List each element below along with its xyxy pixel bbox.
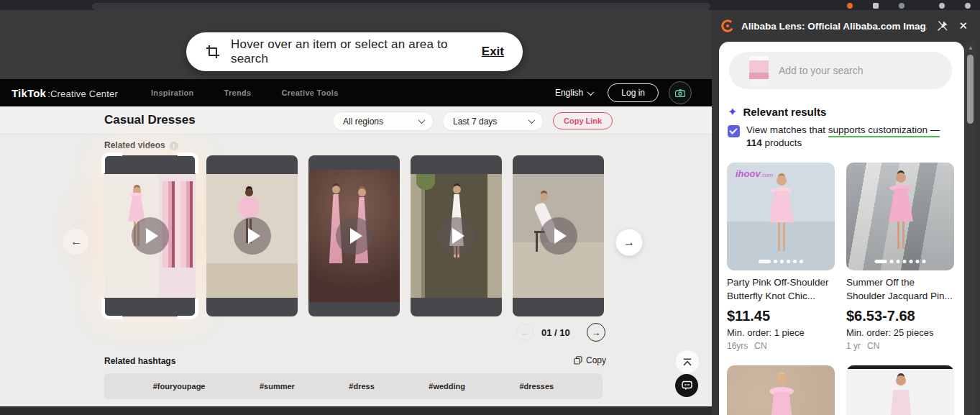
play-icon <box>234 217 271 255</box>
product-2-min-order: Min. order: 25 pieces <box>846 327 954 338</box>
tiktok-logo-suffix: :Creative Center <box>47 88 118 99</box>
page-title: Casual Dresses <box>104 113 196 127</box>
hashtag-dress[interactable]: #dress <box>349 382 374 391</box>
product-1-title: Party Pink Off-Shoulder Butterfly Knot C… <box>727 275 835 303</box>
lens-search-input[interactable]: Add to your search <box>729 52 952 89</box>
hashtag-bar: #fouryoupage #summer #dress #wedding #dr… <box>104 373 603 399</box>
product-2-price: $6.53-7.68 <box>846 308 954 324</box>
lens-panel-header: Alibaba Lens: Official Alibaba.com Imag.… <box>720 17 972 35</box>
play-icon <box>438 217 475 255</box>
product-card-4[interactable] <box>846 365 954 415</box>
product-4-image <box>846 365 954 415</box>
pin-icon[interactable] <box>937 20 948 32</box>
product-1-seller-info: 16yrsCN <box>727 341 835 351</box>
chat-bubble-icon <box>682 380 692 391</box>
nav-item-trends[interactable]: Trends <box>224 88 252 97</box>
relevant-results-header: ✦ Relevant results <box>728 105 826 119</box>
chevron-down-icon <box>528 117 536 124</box>
browser-close-icon[interactable] <box>965 3 971 9</box>
video-1-photo <box>104 174 196 298</box>
lens-exit-link[interactable]: Exit <box>482 45 504 59</box>
scroll-top-icon <box>682 358 692 366</box>
underlined-phrase: supports customization — <box>828 124 940 137</box>
product-2-image <box>846 163 954 270</box>
video-thumbnail-4[interactable] <box>411 155 502 316</box>
carousel-next-button[interactable]: → <box>615 229 643 256</box>
product-3-image <box>727 365 835 415</box>
copy-icon <box>574 356 582 365</box>
play-icon <box>336 217 373 255</box>
hashtag-summer[interactable]: #summer <box>260 382 295 391</box>
product-1-price: $11.45 <box>727 308 835 324</box>
profile-avatar[interactable] <box>899 3 905 9</box>
query-image-thumbnail <box>749 56 769 86</box>
alibaba-lens-logo <box>720 19 735 33</box>
video-5-photo <box>513 174 604 298</box>
page-footer-strip <box>0 406 712 415</box>
video-thumbnail-2[interactable] <box>206 155 298 316</box>
nav-item-creative-tools[interactable]: Creative Tools <box>281 88 338 97</box>
crop-icon <box>205 44 221 60</box>
lens-instruction-text: Hover over an item or select an area to … <box>231 37 482 66</box>
info-icon[interactable]: i <box>170 142 178 150</box>
copy-hashtags-button[interactable]: Copy <box>574 355 606 365</box>
tiktok-logo[interactable]: TikTok:Creative Center <box>12 87 118 99</box>
feedback-button[interactable] <box>675 374 698 397</box>
product-2-seller-info: 1 yrCN <box>846 341 954 351</box>
play-icon <box>132 217 169 255</box>
nav-item-inspiration[interactable]: Inspiration <box>151 88 194 97</box>
extensions-icon[interactable] <box>873 3 879 9</box>
related-hashtags-label: Related hashtags <box>104 356 175 366</box>
copy-link-button[interactable]: Copy Link <box>553 112 613 129</box>
customization-filter-text: View matches that supports customization… <box>746 124 956 150</box>
region-filter-dropdown[interactable]: All regions <box>332 111 434 131</box>
camera-icon <box>675 89 685 97</box>
play-icon <box>540 217 577 255</box>
browser-topbar <box>0 0 980 10</box>
hashtag-dresses[interactable]: #dresses <box>519 382 554 391</box>
scrollbar-up-arrow[interactable]: ▲ <box>966 45 975 52</box>
product-2-title: Summer Off the Shoulder Jacquard Pin... <box>846 275 954 303</box>
language-selector[interactable]: English <box>555 88 593 98</box>
product-1-watermark: ihoov.com <box>736 168 773 179</box>
product-2-carousel-dots <box>875 260 926 263</box>
chevron-down-icon <box>587 88 595 96</box>
carousel-prev-button[interactable]: ← <box>63 229 89 255</box>
extension-icon[interactable] <box>847 3 853 9</box>
video-thumbnail-5[interactable] <box>513 155 604 316</box>
chevron-down-icon <box>418 117 426 124</box>
address-bar[interactable] <box>92 3 710 10</box>
tiktok-navbar: TikTok:Creative Center Inspiration Trend… <box>0 79 712 106</box>
pagination-label: 01 / 10 <box>541 327 570 338</box>
lens-instruction-pill: Hover over an item or select an area to … <box>186 32 523 71</box>
sparkle-icon: ✦ <box>728 105 737 119</box>
customization-checkbox[interactable] <box>728 125 740 137</box>
product-1-carousel-dots <box>759 260 803 263</box>
video-thumbnail-1[interactable] <box>104 155 196 316</box>
relevant-results-title: Relevant results <box>743 106 826 118</box>
date-filter-dropdown[interactable]: Last 7 days <box>442 111 544 131</box>
close-icon[interactable]: ✕ <box>958 19 968 32</box>
pagination-prev-button[interactable]: ← <box>516 324 533 341</box>
video-3-photo <box>308 170 400 302</box>
lens-results-card: Add to your search ✦ Relevant results Vi… <box>719 42 964 415</box>
hashtag-fouryoupage[interactable]: #fouryoupage <box>153 382 206 391</box>
product-card-3[interactable] <box>727 365 835 415</box>
video-2-photo <box>206 174 298 298</box>
login-button[interactable]: Log in <box>608 83 659 102</box>
product-1-image: ihoov.com <box>727 163 835 270</box>
pagination-next-button[interactable]: → <box>587 323 605 342</box>
back-to-top-button[interactable] <box>675 350 700 374</box>
product-card-1[interactable]: ihoov.com Party Pink Off-Shoulder Butter… <box>727 163 835 351</box>
browser-menu-icon[interactable] <box>939 3 945 9</box>
hashtag-wedding[interactable]: #wedding <box>429 382 465 391</box>
panel-scrollbar-thumb[interactable] <box>967 55 974 124</box>
lens-panel-title: Alibaba Lens: Official Alibaba.com Imag.… <box>741 21 927 32</box>
video-4-photo <box>411 174 502 298</box>
product-card-2[interactable]: Summer Off the Shoulder Jacquard Pin... … <box>846 163 954 351</box>
product-1-min-order: Min. order: 1 piece <box>727 327 835 338</box>
video-thumbnail-3[interactable] <box>308 155 400 316</box>
lens-camera-button[interactable] <box>669 81 692 104</box>
search-placeholder: Add to your search <box>779 65 864 76</box>
match-count: 114 <box>746 137 762 148</box>
